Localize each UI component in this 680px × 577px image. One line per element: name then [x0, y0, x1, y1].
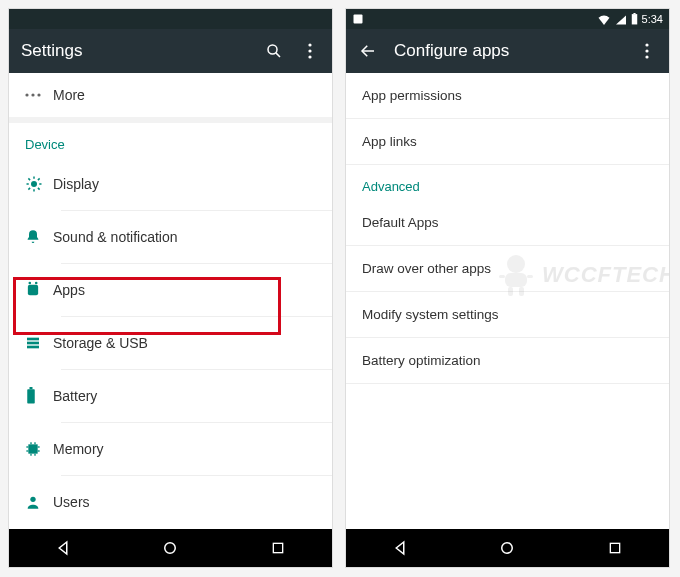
overflow-menu-icon[interactable]: [637, 41, 657, 61]
nav-recent-button[interactable]: [258, 536, 298, 560]
row-apps[interactable]: Apps: [9, 264, 332, 316]
settings-content: More Device Display Sound & notification: [9, 73, 332, 529]
row-display-label: Display: [53, 176, 316, 192]
row-default-apps[interactable]: Default Apps: [346, 200, 669, 246]
row-display[interactable]: Display: [9, 158, 332, 210]
phone-configure-apps: 5:34 Configure apps App permissions App …: [345, 8, 670, 568]
bell-icon: [25, 228, 53, 246]
battery-icon: [25, 387, 53, 405]
row-storage-label: Storage & USB: [53, 335, 316, 351]
svg-point-2: [308, 43, 311, 46]
svg-point-0: [268, 45, 277, 54]
nav-bar-right: [346, 529, 669, 567]
row-label: Draw over other apps: [362, 261, 491, 276]
row-users-label: Users: [53, 494, 316, 510]
svg-point-3: [308, 49, 311, 52]
appbar-configure-title: Configure apps: [394, 41, 621, 61]
row-sound[interactable]: Sound & notification: [9, 211, 332, 263]
row-apps-label: Apps: [53, 282, 316, 298]
nav-back-button[interactable]: [380, 536, 420, 560]
svg-point-6: [31, 93, 34, 96]
apps-icon: [25, 281, 53, 299]
svg-line-15: [28, 188, 30, 190]
svg-rect-51: [610, 543, 619, 552]
svg-point-4: [308, 55, 311, 58]
svg-rect-23: [27, 389, 35, 403]
row-app-links[interactable]: App links: [346, 119, 669, 165]
svg-point-43: [645, 55, 648, 58]
svg-point-35: [165, 543, 176, 554]
svg-point-17: [29, 282, 32, 285]
svg-rect-20: [27, 338, 39, 341]
svg-point-42: [645, 49, 648, 52]
search-icon[interactable]: [264, 41, 284, 61]
back-arrow-icon[interactable]: [358, 41, 378, 61]
nav-bar-left: [9, 529, 332, 567]
svg-rect-25: [28, 444, 37, 453]
svg-rect-36: [273, 543, 282, 552]
svg-point-8: [31, 181, 37, 187]
battery-status-icon: [631, 13, 638, 25]
storage-icon: [25, 335, 53, 351]
status-bar-left: [9, 9, 332, 29]
display-icon: [25, 175, 53, 193]
row-battery-opt[interactable]: Battery optimization: [346, 338, 669, 384]
svg-line-16: [38, 178, 40, 180]
row-battery[interactable]: Battery: [9, 370, 332, 422]
svg-rect-22: [27, 346, 39, 349]
row-app-permissions[interactable]: App permissions: [346, 73, 669, 119]
row-label: App links: [362, 134, 417, 149]
screenshot-notification-icon: [352, 13, 364, 25]
more-icon: [25, 93, 53, 97]
svg-rect-38: [631, 14, 636, 24]
user-icon: [25, 494, 53, 510]
row-memory[interactable]: Memory: [9, 423, 332, 475]
status-bar-right: 5:34: [346, 9, 669, 29]
svg-point-7: [37, 93, 40, 96]
row-more[interactable]: More: [9, 73, 332, 117]
svg-point-34: [30, 497, 35, 502]
section-title-device: Device: [9, 123, 332, 158]
appbar-settings: Settings: [9, 29, 332, 73]
nav-back-button[interactable]: [43, 536, 83, 560]
memory-icon: [25, 441, 53, 457]
row-label: Battery optimization: [362, 353, 481, 368]
svg-point-5: [25, 93, 28, 96]
svg-point-41: [645, 43, 648, 46]
appbar-configure: Configure apps: [346, 29, 669, 73]
appbar-title: Settings: [21, 41, 248, 61]
svg-point-18: [35, 282, 38, 285]
svg-rect-21: [27, 342, 39, 345]
row-users[interactable]: Users: [9, 476, 332, 528]
nav-home-button[interactable]: [150, 536, 190, 560]
row-battery-label: Battery: [53, 388, 316, 404]
svg-line-14: [38, 188, 40, 190]
row-modify-system[interactable]: Modify system settings: [346, 292, 669, 338]
phone-settings: Settings More Device: [8, 8, 333, 568]
svg-rect-24: [30, 387, 33, 389]
row-label: Default Apps: [362, 215, 439, 230]
nav-home-button[interactable]: [487, 536, 527, 560]
section-title-advanced: Advanced: [346, 165, 669, 200]
row-storage[interactable]: Storage & USB: [9, 317, 332, 369]
row-label: Modify system settings: [362, 307, 499, 322]
nav-recent-button[interactable]: [595, 536, 635, 560]
status-clock: 5:34: [642, 13, 663, 25]
row-more-label: More: [53, 87, 316, 103]
svg-rect-37: [354, 15, 363, 24]
svg-rect-19: [28, 285, 38, 295]
overflow-menu-icon[interactable]: [300, 41, 320, 61]
svg-rect-39: [633, 13, 635, 14]
configure-content: App permissions App links Advanced Defau…: [346, 73, 669, 529]
row-draw-over[interactable]: Draw over other apps: [346, 246, 669, 292]
wifi-icon: [597, 14, 611, 25]
svg-line-1: [276, 53, 280, 57]
svg-line-13: [28, 178, 30, 180]
row-sound-label: Sound & notification: [53, 229, 316, 245]
row-memory-label: Memory: [53, 441, 316, 457]
svg-point-50: [502, 543, 513, 554]
signal-icon: [615, 14, 627, 25]
row-label: App permissions: [362, 88, 462, 103]
